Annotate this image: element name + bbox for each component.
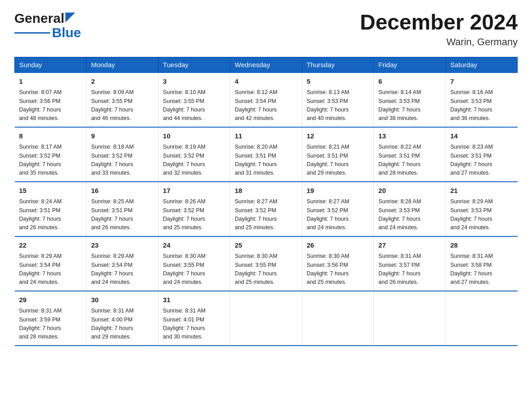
page-header: General Blue December 2024 Warin, German…	[14, 11, 518, 48]
day-info: Sunrise: 8:16 AMSunset: 3:53 PMDaylight:…	[450, 88, 513, 123]
day-number: 21	[450, 186, 513, 196]
calendar-cell: 25Sunrise: 8:30 AMSunset: 3:55 PMDayligh…	[230, 236, 302, 291]
col-tuesday: Tuesday	[158, 57, 230, 73]
day-info: Sunrise: 8:17 AMSunset: 3:52 PMDaylight:…	[19, 143, 82, 178]
day-info: Sunrise: 8:10 AMSunset: 3:55 PMDaylight:…	[163, 88, 225, 123]
day-info: Sunrise: 8:31 AMSunset: 4:01 PMDaylight:…	[163, 307, 225, 342]
day-info: Sunrise: 8:28 AMSunset: 3:53 PMDaylight:…	[378, 197, 441, 232]
calendar-cell: 7Sunrise: 8:16 AMSunset: 3:53 PMDaylight…	[446, 73, 517, 127]
calendar-week-3: 15Sunrise: 8:24 AMSunset: 3:51 PMDayligh…	[15, 182, 518, 236]
day-number: 20	[378, 186, 441, 196]
day-number: 30	[91, 295, 153, 305]
calendar-cell: 29Sunrise: 8:31 AMSunset: 3:59 PMDayligh…	[15, 291, 86, 346]
calendar-week-1: 1Sunrise: 8:07 AMSunset: 3:56 PMDaylight…	[15, 73, 518, 127]
day-info: Sunrise: 8:09 AMSunset: 3:55 PMDaylight:…	[91, 88, 153, 123]
day-info: Sunrise: 8:31 AMSunset: 3:57 PMDaylight:…	[378, 252, 441, 287]
day-number: 27	[378, 240, 441, 251]
calendar-cell: 8Sunrise: 8:17 AMSunset: 3:52 PMDaylight…	[15, 127, 86, 182]
day-info: Sunrise: 8:27 AMSunset: 3:52 PMDaylight:…	[307, 197, 369, 232]
logo: General Blue	[14, 11, 81, 40]
calendar-cell: 19Sunrise: 8:27 AMSunset: 3:52 PMDayligh…	[302, 182, 373, 236]
calendar-cell	[230, 291, 302, 346]
day-number: 24	[163, 240, 225, 251]
calendar-cell: 30Sunrise: 8:31 AMSunset: 4:00 PMDayligh…	[86, 291, 158, 346]
calendar-cell: 17Sunrise: 8:26 AMSunset: 3:52 PMDayligh…	[158, 182, 230, 236]
calendar-cell: 12Sunrise: 8:21 AMSunset: 3:51 PMDayligh…	[302, 127, 373, 182]
day-info: Sunrise: 8:25 AMSunset: 3:51 PMDaylight:…	[91, 197, 153, 232]
day-info: Sunrise: 8:21 AMSunset: 3:51 PMDaylight:…	[307, 143, 369, 178]
day-info: Sunrise: 8:27 AMSunset: 3:52 PMDaylight:…	[235, 197, 297, 232]
day-number: 5	[307, 77, 369, 87]
logo-triangle-icon	[65, 13, 75, 22]
day-info: Sunrise: 8:07 AMSunset: 3:56 PMDaylight:…	[19, 88, 82, 123]
calendar-cell: 13Sunrise: 8:22 AMSunset: 3:51 PMDayligh…	[374, 127, 446, 182]
calendar-week-2: 8Sunrise: 8:17 AMSunset: 3:52 PMDaylight…	[15, 127, 518, 182]
day-number: 22	[19, 240, 82, 251]
calendar-cell: 6Sunrise: 8:14 AMSunset: 3:53 PMDaylight…	[374, 73, 446, 127]
day-info: Sunrise: 8:14 AMSunset: 3:53 PMDaylight:…	[378, 88, 441, 123]
day-info: Sunrise: 8:12 AMSunset: 3:54 PMDaylight:…	[235, 88, 297, 123]
calendar-cell: 23Sunrise: 8:29 AMSunset: 3:54 PMDayligh…	[86, 236, 158, 291]
calendar-cell: 14Sunrise: 8:23 AMSunset: 3:51 PMDayligh…	[446, 127, 517, 182]
day-number: 10	[163, 131, 225, 141]
day-number: 3	[163, 77, 225, 87]
calendar-cell: 10Sunrise: 8:19 AMSunset: 3:52 PMDayligh…	[158, 127, 230, 182]
day-number: 25	[235, 240, 297, 251]
calendar-cell: 5Sunrise: 8:13 AMSunset: 3:53 PMDaylight…	[302, 73, 373, 127]
calendar-table: Sunday Monday Tuesday Wednesday Thursday…	[14, 57, 518, 346]
calendar-cell: 18Sunrise: 8:27 AMSunset: 3:52 PMDayligh…	[230, 182, 302, 236]
day-info: Sunrise: 8:23 AMSunset: 3:51 PMDaylight:…	[450, 143, 513, 178]
day-info: Sunrise: 8:19 AMSunset: 3:52 PMDaylight:…	[163, 143, 225, 178]
calendar-header: Sunday Monday Tuesday Wednesday Thursday…	[15, 57, 518, 73]
day-number: 8	[19, 131, 82, 141]
day-number: 4	[235, 77, 297, 87]
day-number: 28	[450, 240, 513, 251]
day-number: 7	[450, 77, 513, 87]
calendar-week-5: 29Sunrise: 8:31 AMSunset: 3:59 PMDayligh…	[15, 291, 518, 346]
calendar-cell: 24Sunrise: 8:30 AMSunset: 3:55 PMDayligh…	[158, 236, 230, 291]
day-info: Sunrise: 8:31 AMSunset: 3:58 PMDaylight:…	[450, 252, 513, 287]
day-number: 15	[19, 186, 82, 196]
day-number: 1	[19, 77, 82, 87]
day-info: Sunrise: 8:31 AMSunset: 3:59 PMDaylight:…	[19, 307, 82, 342]
day-number: 17	[163, 186, 225, 196]
day-info: Sunrise: 8:26 AMSunset: 3:52 PMDaylight:…	[163, 197, 225, 232]
page-subtitle: Warin, Germany	[360, 36, 518, 48]
calendar-cell: 16Sunrise: 8:25 AMSunset: 3:51 PMDayligh…	[86, 182, 158, 236]
calendar-cell: 2Sunrise: 8:09 AMSunset: 3:55 PMDaylight…	[86, 73, 158, 127]
day-info: Sunrise: 8:30 AMSunset: 3:56 PMDaylight:…	[307, 252, 369, 287]
day-number: 19	[307, 186, 369, 196]
day-info: Sunrise: 8:31 AMSunset: 4:00 PMDaylight:…	[91, 307, 153, 342]
day-info: Sunrise: 8:30 AMSunset: 3:55 PMDaylight:…	[235, 252, 297, 287]
col-sunday: Sunday	[15, 57, 86, 73]
calendar-body: 1Sunrise: 8:07 AMSunset: 3:56 PMDaylight…	[15, 73, 518, 346]
col-thursday: Thursday	[302, 57, 373, 73]
day-info: Sunrise: 8:18 AMSunset: 3:52 PMDaylight:…	[91, 143, 153, 178]
day-number: 6	[378, 77, 441, 87]
day-number: 12	[307, 131, 369, 141]
calendar-cell: 27Sunrise: 8:31 AMSunset: 3:57 PMDayligh…	[374, 236, 446, 291]
col-monday: Monday	[86, 57, 158, 73]
calendar-cell: 26Sunrise: 8:30 AMSunset: 3:56 PMDayligh…	[302, 236, 373, 291]
calendar-cell	[302, 291, 373, 346]
day-info: Sunrise: 8:13 AMSunset: 3:53 PMDaylight:…	[307, 88, 369, 123]
day-number: 9	[91, 131, 153, 141]
day-info: Sunrise: 8:29 AMSunset: 3:54 PMDaylight:…	[91, 252, 153, 287]
calendar-cell: 4Sunrise: 8:12 AMSunset: 3:54 PMDaylight…	[230, 73, 302, 127]
col-friday: Friday	[374, 57, 446, 73]
svg-marker-0	[65, 13, 75, 22]
day-info: Sunrise: 8:24 AMSunset: 3:51 PMDaylight:…	[19, 197, 82, 232]
day-number: 26	[307, 240, 369, 251]
calendar-cell: 21Sunrise: 8:29 AMSunset: 3:53 PMDayligh…	[446, 182, 517, 236]
header-row: Sunday Monday Tuesday Wednesday Thursday…	[15, 57, 518, 73]
day-info: Sunrise: 8:20 AMSunset: 3:51 PMDaylight:…	[235, 143, 297, 178]
calendar-cell: 28Sunrise: 8:31 AMSunset: 3:58 PMDayligh…	[446, 236, 517, 291]
day-number: 13	[378, 131, 441, 141]
day-number: 16	[91, 186, 153, 196]
calendar-cell	[446, 291, 517, 346]
day-number: 14	[450, 131, 513, 141]
logo-blue: Blue	[52, 25, 81, 40]
calendar-week-4: 22Sunrise: 8:29 AMSunset: 3:54 PMDayligh…	[15, 236, 518, 291]
col-wednesday: Wednesday	[230, 57, 302, 73]
title-area: December 2024 Warin, Germany	[360, 11, 518, 48]
